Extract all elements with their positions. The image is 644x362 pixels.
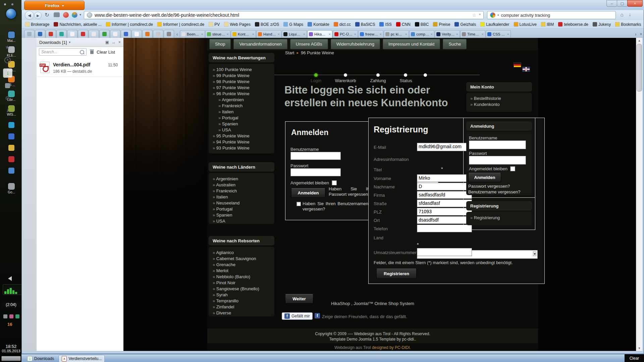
language-flag-english[interactable]	[522, 67, 530, 72]
wine-grape-link[interactable]: Sangiovese (Brunello)	[213, 286, 270, 292]
pinned-tab[interactable]	[164, 30, 174, 38]
field-input[interactable]	[417, 225, 472, 232]
wine-category-link[interactable]: Spanien	[218, 121, 270, 127]
pinned-tab[interactable]	[110, 30, 120, 38]
password-field[interactable]	[469, 156, 526, 165]
tab-scroll-left-button[interactable]: ‹	[174, 30, 180, 38]
wine-category-link[interactable]: 94 Punkte Weine	[213, 139, 270, 145]
bookmark-item[interactable]: BOE z/OS	[255, 22, 279, 27]
forgot-password-link[interactable]: Haben Sie Ihr Passwort vergessen?	[329, 186, 371, 197]
trash-icon[interactable]	[90, 50, 94, 54]
credit-link[interactable]: designed by PC-DIDI.	[372, 345, 411, 350]
tray-icon[interactable]	[9, 314, 13, 318]
bookmark-item[interactable]: Kontakte	[308, 22, 329, 27]
username-field[interactable]	[290, 152, 341, 160]
desktop-icon[interactable]: Mai...	[0, 29, 23, 44]
addon-sphere-icon[interactable]	[72, 12, 77, 18]
tab-close-icon[interactable]: ×	[227, 32, 229, 36]
url-dropdown-icon[interactable]: ▾	[479, 12, 481, 18]
window-titlebar[interactable]	[21, 0, 644, 10]
account-link[interactable]: Kundenkonto	[470, 102, 528, 108]
wine-country-link[interactable]: USA	[213, 218, 270, 224]
wine-grape-link[interactable]: Grenache	[213, 262, 270, 268]
wine-grape-link[interactable]: Pinot Noir	[213, 280, 270, 286]
chevron-down-icon[interactable]: ▾	[69, 41, 70, 44]
wine-country-link[interactable]: Frankreich	[213, 188, 270, 194]
bookmark-item[interactable]: PV	[209, 22, 220, 27]
login-submit-button[interactable]: Anmelden	[468, 172, 501, 182]
close-sidebar-icon[interactable]: ×	[118, 40, 121, 45]
browser-sphere-icon[interactable]	[6, 9, 16, 19]
tab[interactable]: Kontobe... ×	[231, 30, 256, 38]
close-button[interactable]: ×	[627, 0, 643, 7]
dock-panel-icon[interactable]: ▣	[105, 40, 109, 45]
clear-list-button[interactable]: Clear List	[97, 50, 115, 55]
downloads-button[interactable]: ↓	[627, 12, 633, 18]
bookmark-star-icon[interactable]: ☆	[472, 12, 476, 18]
tray-icon[interactable]	[3, 314, 7, 318]
wine-grape-link[interactable]: Nebbiolo (Barolo)	[213, 274, 270, 280]
site-nav-item[interactable]: Versandinformationen	[233, 39, 287, 49]
wine-country-link[interactable]: Australien	[213, 182, 270, 188]
search-engine-dropdown-icon[interactable]: ▾	[497, 13, 499, 17]
wine-category-link[interactable]: USA	[218, 127, 270, 133]
tab-close-icon[interactable]: ×	[380, 32, 382, 36]
desktop-icon[interactable]	[0, 165, 23, 176]
pinned-tab[interactable]	[142, 30, 153, 38]
pinned-tab[interactable]	[153, 30, 163, 38]
wine-grape-link[interactable]: Diverse	[213, 310, 270, 316]
vat-field[interactable]	[417, 248, 472, 256]
language-flag-german[interactable]	[514, 62, 521, 67]
chevron-down-icon[interactable]: ▾	[79, 13, 81, 16]
bookmark-item[interactable]: dict.cc	[334, 22, 351, 27]
back-button[interactable]: ◀	[25, 11, 34, 20]
search-engine-icon[interactable]	[490, 12, 495, 18]
speaker-icon[interactable]	[8, 276, 12, 281]
bookmark-item[interactable]: BBC	[415, 22, 429, 27]
bookmark-item[interactable]: teleboerse.de	[558, 22, 588, 27]
password-field[interactable]	[290, 168, 341, 176]
forgot-username-checkbox[interactable]	[297, 202, 301, 206]
tab[interactable]: PC-Über... ×	[333, 30, 358, 38]
register-submit-button[interactable]: Registrieren	[376, 268, 417, 279]
downloadhelper-icon[interactable]	[63, 12, 69, 18]
field-input[interactable]: Mirko	[417, 174, 472, 182]
history-panel-button[interactable]	[3, 56, 12, 64]
site-nav-item[interactable]: Widerrufsbelehrung	[331, 39, 380, 49]
breadcrumb-home[interactable]: Start	[285, 50, 294, 55]
settings-button[interactable]: ⚙	[3, 94, 12, 103]
pinned-tab[interactable]	[46, 30, 56, 38]
wine-grape-link[interactable]: Cabernet Sauvignon	[213, 256, 270, 262]
tab-close-icon[interactable]: ×	[278, 32, 280, 36]
bookmark-item[interactable]: Informer | comdirect.de	[157, 22, 204, 27]
reload-button[interactable]: ↻	[44, 12, 50, 18]
wine-country-link[interactable]: Italien	[213, 194, 270, 200]
home-button[interactable]: ⌂	[619, 12, 625, 18]
wine-category-link[interactable]: 97 Punkte Weine	[213, 85, 270, 91]
pinned-tab[interactable]	[99, 30, 110, 38]
site-nav-item[interactable]: Shop	[209, 39, 231, 49]
bookmark-item[interactable]: ISS	[379, 22, 391, 27]
list-all-tabs-button[interactable]: ▾	[638, 30, 644, 38]
print-icon[interactable]	[54, 13, 60, 17]
pinned-tab[interactable]	[78, 30, 88, 38]
scroll-up-icon[interactable]: ▲	[636, 38, 642, 43]
desktop-icon[interactable]	[0, 142, 23, 154]
addons-panel-button[interactable]	[3, 81, 12, 90]
site-nav-item[interactable]: Unsere AGBs	[290, 39, 328, 49]
pinned-tab[interactable]	[35, 30, 45, 38]
wine-country-link[interactable]: Neuseeland	[213, 200, 270, 206]
email-field[interactable]: mdkd96@gmail.com	[417, 143, 471, 151]
field-input[interactable]: sfdasdfasf	[417, 199, 472, 207]
wine-country-link[interactable]: Spanien	[213, 212, 270, 218]
bookmark-item[interactable]: Jukesy	[593, 22, 611, 27]
pinned-tab[interactable]	[89, 30, 99, 38]
desktop-gadget-bar[interactable]	[1, 356, 21, 361]
registration-link[interactable]: Registrierung	[470, 215, 528, 221]
wine-category-link[interactable]: 98 Punkte Weine	[213, 79, 270, 85]
wine-category-link[interactable]: 95 Punkte Weine	[213, 133, 270, 139]
remember-checkbox[interactable]	[510, 166, 515, 171]
info-button[interactable]: ℹ	[3, 106, 12, 115]
bookmark-item[interactable]: IBM	[541, 22, 554, 27]
resize-icon[interactable]: ↔	[112, 40, 116, 45]
